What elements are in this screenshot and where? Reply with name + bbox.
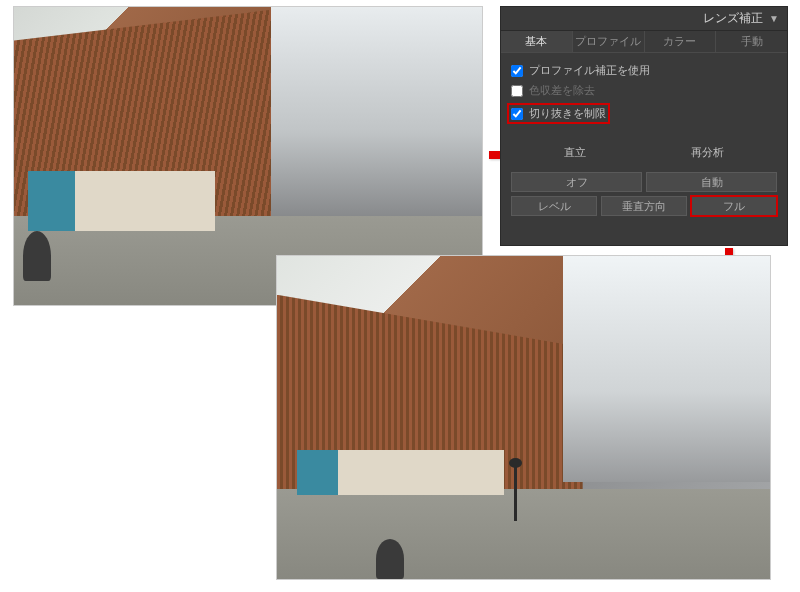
building-illustration	[326, 19, 400, 203]
tab-basic[interactable]: 基本	[501, 31, 573, 52]
upright-section: 直立 再分析	[501, 133, 787, 168]
checkbox-constrain-crop[interactable]	[511, 108, 523, 120]
button-level[interactable]: レベル	[511, 196, 597, 216]
ground-illustration	[277, 489, 770, 579]
photo-after	[276, 255, 771, 580]
building-illustration	[614, 275, 662, 462]
checkbox-remove-chromatic-label: 色収差を除去	[529, 83, 595, 98]
panel-header[interactable]: レンズ補正 ▼	[501, 7, 787, 31]
lamp-illustration	[514, 466, 517, 521]
upright-label: 直立	[564, 145, 586, 160]
person-illustration	[23, 231, 51, 281]
button-off[interactable]: オフ	[511, 172, 642, 192]
checkbox-constrain-crop-label: 切り抜きを制限	[529, 106, 606, 121]
checkbox-remove-chromatic[interactable]	[511, 85, 523, 97]
button-auto[interactable]: 自動	[646, 172, 777, 192]
collapse-icon[interactable]: ▼	[769, 13, 779, 24]
lens-correction-panel: レンズ補正 ▼ 基本 プロファイル カラー 手動 プロファイル補正を使用 色収差…	[500, 6, 788, 246]
button-vertical[interactable]: 垂直方向	[601, 196, 687, 216]
checkbox-profile-correction-row: プロファイル補正を使用	[511, 63, 777, 78]
checkbox-profile-correction-label: プロファイル補正を使用	[529, 63, 650, 78]
building2-illustration	[696, 314, 731, 469]
panel-tabs: 基本 プロファイル カラー 手動	[501, 31, 787, 53]
tab-color[interactable]: カラー	[645, 31, 717, 52]
panel-title: レンズ補正	[703, 10, 763, 27]
person-illustration	[376, 539, 404, 579]
reanalyze-label[interactable]: 再分析	[691, 145, 724, 160]
checkbox-profile-correction[interactable]	[511, 65, 523, 77]
tab-profile[interactable]: プロファイル	[573, 31, 645, 52]
tab-manual[interactable]: 手動	[716, 31, 787, 52]
button-full[interactable]: フル	[691, 196, 777, 216]
storefront-illustration	[28, 171, 215, 231]
checkbox-constrain-crop-row: 切り抜きを制限	[507, 103, 610, 124]
checkbox-remove-chromatic-row: 色収差を除去	[511, 83, 777, 98]
storefront-illustration	[297, 450, 504, 495]
